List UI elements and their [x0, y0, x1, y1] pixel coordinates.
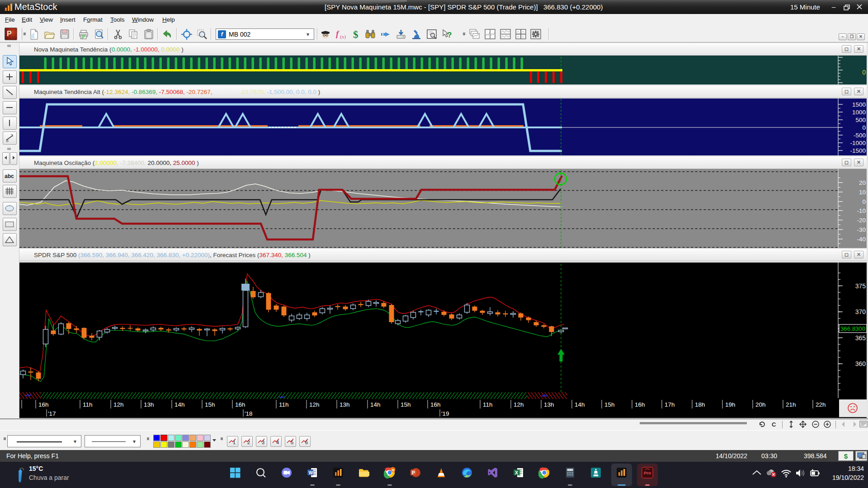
svg-text:X: X — [515, 470, 518, 475]
svg-text:360: 360 — [855, 360, 866, 367]
svg-text:370: 370 — [855, 308, 866, 315]
svg-text:-1500: -1500 — [850, 147, 866, 154]
svg-text:'17: '17 — [48, 410, 56, 417]
svg-text:14h: 14h — [175, 401, 185, 408]
svg-text:22h: 22h — [816, 401, 826, 408]
svg-text:13h: 13h — [544, 401, 554, 408]
svg-text:20: 20 — [859, 179, 866, 186]
svg-text:5: 5 — [291, 440, 293, 445]
svg-text:1500: 1500 — [852, 101, 866, 108]
svg-text:0: 0 — [862, 198, 866, 205]
svg-text:13h: 13h — [340, 401, 350, 408]
svg-text:15h: 15h — [604, 401, 615, 408]
svg-text:20h: 20h — [755, 401, 766, 408]
svg-text:C: C — [772, 421, 776, 428]
svg-text:15h: 15h — [401, 401, 411, 408]
svg-text:15h: 15h — [205, 401, 215, 408]
svg-text:11h: 11h — [83, 401, 93, 408]
svg-text:0: 0 — [862, 69, 866, 76]
svg-text:500: 500 — [855, 117, 866, 123]
svg-text:S: S — [6, 138, 9, 143]
svg-text:-10: -10 — [857, 207, 866, 214]
svg-text:-500: -500 — [854, 132, 866, 139]
svg-text:-40: -40 — [857, 236, 866, 243]
svg-text:21h: 21h — [786, 401, 796, 408]
svg-text:19h: 19h — [725, 401, 736, 408]
svg-text:6: 6 — [305, 440, 308, 445]
svg-text:16h: 16h — [635, 401, 645, 408]
svg-text:16h: 16h — [235, 401, 245, 408]
svg-text:375: 375 — [855, 282, 866, 290]
svg-text:13h: 13h — [144, 401, 154, 408]
svg-text:Pro: Pro — [644, 470, 651, 475]
svg-text:18h: 18h — [695, 401, 705, 408]
svg-text:?: ? — [447, 31, 452, 39]
svg-text:3: 3 — [262, 440, 264, 445]
svg-text:W: W — [309, 470, 313, 475]
svg-text:12h: 12h — [113, 401, 124, 408]
svg-text:1: 1 — [233, 440, 236, 445]
svg-text:'19: '19 — [441, 410, 449, 417]
svg-text:2: 2 — [247, 440, 250, 445]
svg-text:14h: 14h — [370, 401, 381, 408]
svg-text:11h: 11h — [279, 401, 289, 408]
svg-text:0: 0 — [862, 124, 866, 131]
svg-text:(x): (x) — [340, 34, 346, 40]
svg-text:366.8300: 366.8300 — [840, 325, 865, 332]
svg-text:17h: 17h — [665, 401, 675, 408]
svg-text:-1000: -1000 — [850, 140, 866, 146]
svg-text:16h: 16h — [430, 401, 441, 408]
svg-text:365: 365 — [855, 334, 866, 342]
svg-text:1000: 1000 — [852, 109, 866, 116]
svg-text:16h: 16h — [38, 401, 49, 408]
svg-text:12h: 12h — [514, 401, 524, 408]
svg-text:N: N — [392, 468, 395, 472]
svg-text:$: $ — [353, 29, 359, 40]
svg-text:4: 4 — [276, 440, 279, 445]
svg-text:10: 10 — [859, 189, 866, 196]
svg-text:-30: -30 — [857, 226, 866, 233]
svg-text:11h: 11h — [483, 401, 493, 408]
svg-text:12h: 12h — [309, 401, 320, 408]
svg-text:abc: abc — [5, 173, 14, 179]
svg-text:f: f — [336, 29, 340, 38]
svg-text:–: – — [832, 3, 836, 10]
svg-text:-20: -20 — [857, 217, 866, 224]
svg-text:P: P — [412, 470, 415, 475]
svg-text:'18: '18 — [245, 410, 253, 417]
svg-text:14h: 14h — [575, 401, 585, 408]
